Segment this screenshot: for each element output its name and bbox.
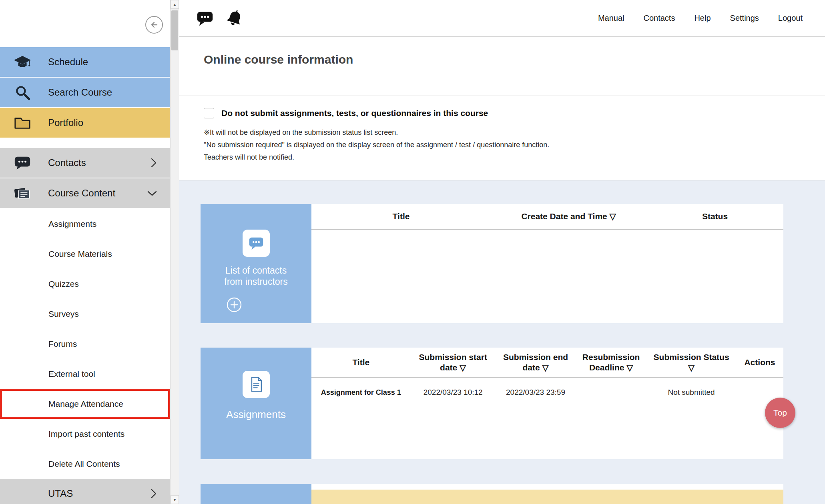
sidebar-item-label: Delete All Contents: [48, 459, 120, 469]
sidebar-item-label: Surveys: [48, 309, 79, 319]
submission-notes: ※It will not be displayed on the submiss…: [204, 126, 825, 164]
assignments-table-wrap: Title Submission start date ▽ Submission…: [311, 348, 783, 459]
sidebar-content: Schedule Search Course Portfolio: [0, 0, 170, 504]
next-section-table: [311, 484, 783, 504]
contacts-table-wrap: Title Create Date and Time ▽ Status: [311, 204, 783, 323]
highlighted-row: [311, 490, 783, 504]
sidebar-item-label: Schedule: [48, 56, 88, 68]
nav-settings[interactable]: Settings: [730, 14, 759, 23]
sidebar-item-label: Quizzes: [48, 279, 79, 289]
sidebar-item-course-materials[interactable]: Course Materials: [0, 239, 170, 269]
nav-help[interactable]: Help: [694, 14, 711, 23]
assignment-title[interactable]: Assignment for Class 1: [311, 377, 411, 408]
chevron-down-icon: [147, 190, 157, 197]
no-submission-checkbox-label: Do not submit assignments, tests, or que…: [221, 108, 488, 118]
empty-table-body: [311, 408, 783, 459]
sidebar-item-contacts[interactable]: Contacts: [0, 148, 170, 178]
assignments-panel-label: Assignments: [226, 408, 286, 421]
sidebar-item-label: Assignments: [48, 219, 96, 229]
next-section-panel: [201, 484, 311, 504]
sidebar-item-manage-attendance[interactable]: Manage Attendance: [0, 389, 170, 419]
app-root: Schedule Search Course Portfolio: [0, 0, 825, 504]
column-header-actions: Actions: [736, 348, 783, 377]
column-header-title: Title: [311, 204, 491, 229]
sidebar-header: [0, 0, 170, 47]
sidebar-item-external-tool[interactable]: External tool: [0, 359, 170, 389]
contacts-table: Title Create Date and Time ▽ Status: [311, 204, 783, 323]
sidebar-item-surveys[interactable]: Surveys: [0, 299, 170, 329]
sidebar-scrollbar[interactable]: ▲ ▼: [170, 0, 179, 504]
sidebar-item-label: Import past contents: [48, 429, 124, 439]
sidebar-item-utas[interactable]: UTAS: [0, 479, 170, 504]
title-section: Online course information: [179, 37, 825, 96]
sidebar-item-course-content[interactable]: Course Content: [0, 178, 170, 209]
sidebar-item-portfolio[interactable]: Portfolio: [0, 108, 170, 138]
nav-contacts[interactable]: Contacts: [643, 14, 675, 23]
chat-bubble-icon: [13, 153, 32, 172]
header-icons: [196, 9, 244, 28]
assignment-start-date: 2022/03/23 10:12: [411, 377, 496, 408]
assignment-document-icon: [243, 371, 270, 398]
scroll-down-arrow-icon[interactable]: ▼: [171, 495, 179, 504]
note-line: ※It will not be displayed on the submiss…: [204, 126, 825, 139]
top-nav: Manual Contacts Help Settings Logout: [598, 14, 803, 23]
scrollbar-thumb[interactable]: [171, 10, 178, 50]
column-header-submission-start[interactable]: Submission start date ▽: [411, 348, 496, 377]
sidebar-gap: [0, 138, 170, 148]
assignment-end-date: 2022/03/23 23:59: [496, 377, 576, 408]
sidebar-item-forums[interactable]: Forums: [0, 329, 170, 359]
notification-bell-icon[interactable]: [225, 9, 244, 28]
chevron-right-icon: [150, 158, 157, 168]
sidebar-item-label: Course Content: [48, 188, 115, 199]
no-submission-checkbox[interactable]: [204, 108, 214, 118]
scroll-to-top-button[interactable]: Top: [765, 398, 795, 428]
sidebar-item-label: Contacts: [48, 157, 86, 168]
next-section-card: [201, 484, 783, 504]
sidebar-item-label: UTAS: [48, 488, 73, 499]
sidebar-item-label: External tool: [48, 369, 95, 379]
column-header-title: Title: [311, 348, 411, 377]
assignment-resubmission: [576, 377, 646, 408]
checkbox-row: Do not submit assignments, tests, or que…: [204, 108, 825, 118]
sidebar-item-search-course[interactable]: Search Course: [0, 78, 170, 108]
sidebar-item-label: Course Materials: [48, 249, 112, 259]
assignments-panel: Assignments: [201, 348, 311, 459]
chevron-right-icon: [150, 488, 157, 499]
assignment-status: Not submitted: [646, 377, 736, 408]
scroll-up-arrow-icon[interactable]: ▲: [171, 0, 179, 9]
next-section-header-strip: [311, 484, 783, 490]
sidebar-item-label: Manage Attendance: [48, 399, 123, 409]
sidebar-item-schedule[interactable]: Schedule: [0, 47, 170, 78]
add-contact-button[interactable]: [226, 297, 242, 313]
top-bar: Manual Contacts Help Settings Logout: [179, 0, 825, 37]
sidebar-item-import-past-contents[interactable]: Import past contents: [0, 419, 170, 449]
empty-table-body: [311, 229, 783, 323]
contacts-panel-label: List of contacts from instructors: [216, 265, 296, 287]
assignments-table: Title Submission start date ▽ Submission…: [311, 348, 783, 459]
note-line: "No submission required" is displayed on…: [204, 139, 825, 151]
collapse-sidebar-button[interactable]: [145, 16, 163, 34]
messages-icon[interactable]: [196, 10, 214, 27]
search-icon: [13, 83, 32, 102]
sidebar-item-delete-all-contents[interactable]: Delete All Contents: [0, 449, 170, 479]
back-arrow-icon: [149, 20, 159, 30]
assignments-card: Assignments Title Submission start date …: [201, 348, 783, 459]
nav-logout[interactable]: Logout: [778, 14, 803, 23]
main-area: Manual Contacts Help Settings Logout Onl…: [179, 0, 825, 504]
contacts-card: List of contacts from instructors Ti: [201, 204, 783, 323]
graduation-cap-icon: [13, 52, 32, 72]
column-header-submission-status[interactable]: Submission Status ▽: [646, 348, 736, 377]
column-header-submission-end[interactable]: Submission end date ▽: [496, 348, 576, 377]
course-content-icon: [13, 184, 32, 203]
page-title: Online course information: [204, 53, 825, 66]
column-header-create-date[interactable]: Create Date and Time ▽: [491, 204, 646, 229]
contacts-bubble-icon: [243, 230, 270, 257]
assignment-row[interactable]: Assignment for Class 1 2022/03/23 10:12 …: [311, 377, 783, 408]
column-header-resubmission-deadline[interactable]: Resubmission Deadline ▽: [576, 348, 646, 377]
sidebar-item-quizzes[interactable]: Quizzes: [0, 269, 170, 299]
sidebar: Schedule Search Course Portfolio: [0, 0, 179, 504]
sidebar-item-assignments[interactable]: Assignments: [0, 209, 170, 239]
sidebar-item-label: Forums: [48, 339, 77, 349]
course-content-area: List of contacts from instructors Ti: [179, 180, 825, 504]
nav-manual[interactable]: Manual: [598, 14, 624, 23]
